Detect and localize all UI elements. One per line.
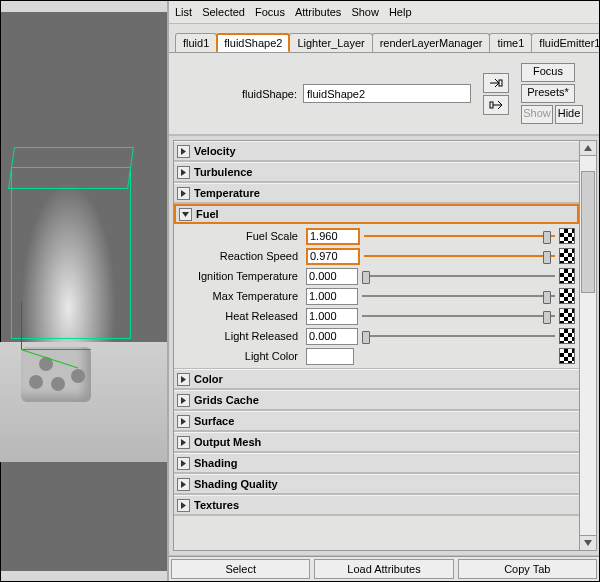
section-color[interactable]: Color xyxy=(174,369,579,389)
select-button[interactable]: Select xyxy=(171,559,310,579)
section-color-label: Color xyxy=(194,373,223,385)
show-button[interactable]: Show xyxy=(521,105,553,124)
tab-lighter-layer[interactable]: Lighter_Layer xyxy=(289,33,372,52)
map-button-icon[interactable] xyxy=(559,248,575,264)
section-velocity[interactable]: Velocity xyxy=(174,141,579,161)
menu-selected[interactable]: Selected xyxy=(202,1,245,23)
section-shading-quality-label: Shading Quality xyxy=(194,478,278,490)
menu-bar: List Selected Focus Attributes Show Help xyxy=(169,1,599,24)
attribute-panel: Velocity Turbulence Temperature Fuel Fue… xyxy=(173,140,579,551)
chevron-right-icon xyxy=(177,499,190,512)
section-temperature[interactable]: Temperature xyxy=(174,183,579,203)
reaction-speed-slider[interactable] xyxy=(364,249,555,263)
scroll-thumb[interactable] xyxy=(581,171,595,293)
map-button-icon[interactable] xyxy=(559,288,575,304)
max-temperature-input[interactable] xyxy=(306,288,358,305)
ignition-temperature-slider[interactable] xyxy=(362,269,555,283)
input-connections-icon[interactable] xyxy=(483,73,509,93)
output-connections-icon[interactable] xyxy=(483,95,509,115)
section-surface[interactable]: Surface xyxy=(174,411,579,431)
tab-time1[interactable]: time1 xyxy=(489,33,532,52)
tab-renderlayermanager[interactable]: renderLayerManager xyxy=(372,33,491,52)
chevron-right-icon xyxy=(177,187,190,200)
section-shading-label: Shading xyxy=(194,457,237,469)
map-button-icon[interactable] xyxy=(559,268,575,284)
svg-rect-0 xyxy=(499,80,502,86)
chevron-right-icon xyxy=(177,145,190,158)
map-button-icon[interactable] xyxy=(559,348,575,364)
section-textures-label: Textures xyxy=(194,499,239,511)
bottom-bar: Select Load Attributes Copy Tab xyxy=(169,556,599,581)
section-grids-cache-label: Grids Cache xyxy=(194,394,259,406)
section-output-mesh[interactable]: Output Mesh xyxy=(174,432,579,452)
chevron-right-icon xyxy=(177,415,190,428)
section-shading-quality[interactable]: Shading Quality xyxy=(174,474,579,494)
node-name-bar: fluidShape: Focus Presets* Show Hide xyxy=(169,53,599,135)
chevron-right-icon xyxy=(177,478,190,491)
chevron-right-icon xyxy=(177,166,190,179)
chevron-right-icon xyxy=(177,394,190,407)
chevron-down-icon xyxy=(179,208,192,221)
hide-button[interactable]: Hide xyxy=(555,105,583,124)
tab-fluid1[interactable]: fluid1 xyxy=(175,33,217,52)
chevron-right-icon xyxy=(177,373,190,386)
node-type-label: fluidShape: xyxy=(207,88,297,100)
fuel-scale-label: Fuel Scale xyxy=(178,230,302,242)
reaction-speed-label: Reaction Speed xyxy=(178,250,302,262)
light-released-input[interactable] xyxy=(306,328,358,345)
fuel-scale-slider[interactable] xyxy=(364,229,555,243)
node-name-input[interactable] xyxy=(303,84,471,103)
svg-rect-1 xyxy=(490,102,493,108)
map-button-icon[interactable] xyxy=(559,328,575,344)
map-button-icon[interactable] xyxy=(559,228,575,244)
fuel-scale-input[interactable] xyxy=(306,228,360,245)
light-released-slider[interactable] xyxy=(362,329,555,343)
section-fuel-label: Fuel xyxy=(196,208,219,220)
scroll-down-icon[interactable] xyxy=(580,535,596,550)
viewport-3d[interactable] xyxy=(1,12,167,571)
section-textures[interactable]: Textures xyxy=(174,495,579,515)
tab-fluidshape2[interactable]: fluidShape2 xyxy=(216,33,290,53)
map-button-icon[interactable] xyxy=(559,308,575,324)
menu-help[interactable]: Help xyxy=(389,1,412,23)
max-temperature-slider[interactable] xyxy=(362,289,555,303)
menu-list[interactable]: List xyxy=(175,1,192,23)
load-attributes-button[interactable]: Load Attributes xyxy=(314,559,453,579)
section-velocity-label: Velocity xyxy=(194,145,236,157)
menu-attributes[interactable]: Attributes xyxy=(295,1,341,23)
section-grids-cache[interactable]: Grids Cache xyxy=(174,390,579,410)
section-turbulence[interactable]: Turbulence xyxy=(174,162,579,182)
light-color-label: Light Color xyxy=(178,350,302,362)
menu-show[interactable]: Show xyxy=(351,1,379,23)
chevron-right-icon xyxy=(177,436,190,449)
section-surface-label: Surface xyxy=(194,415,234,427)
reaction-speed-input[interactable] xyxy=(306,248,360,265)
scroll-up-icon[interactable] xyxy=(580,141,596,156)
section-shading[interactable]: Shading xyxy=(174,453,579,473)
chevron-right-icon xyxy=(177,457,190,470)
heat-released-label: Heat Released xyxy=(178,310,302,322)
light-color-swatch[interactable] xyxy=(306,348,354,365)
section-turbulence-label: Turbulence xyxy=(194,166,252,178)
tab-fluidemitter1[interactable]: fluidEmitter1 xyxy=(531,33,599,52)
presets-button[interactable]: Presets* xyxy=(521,84,575,103)
menu-focus[interactable]: Focus xyxy=(255,1,285,23)
ignition-temperature-input[interactable] xyxy=(306,268,358,285)
focus-button[interactable]: Focus xyxy=(521,63,575,82)
heat-released-input[interactable] xyxy=(306,308,358,325)
section-fuel[interactable]: Fuel xyxy=(174,204,579,224)
scrollbar-vertical[interactable] xyxy=(579,140,597,551)
max-temperature-label: Max Temperature xyxy=(178,290,302,302)
ignition-temperature-label: Ignition Temperature xyxy=(178,270,302,282)
copy-tab-button[interactable]: Copy Tab xyxy=(458,559,597,579)
section-temperature-label: Temperature xyxy=(194,187,260,199)
section-fuel-body: Fuel Scale Reaction Speed Ignition Tempe… xyxy=(174,224,579,368)
section-output-mesh-label: Output Mesh xyxy=(194,436,261,448)
light-released-label: Light Released xyxy=(178,330,302,342)
node-tabs: fluid1 fluidShape2 Lighter_Layer renderL… xyxy=(169,24,599,53)
heat-released-slider[interactable] xyxy=(362,309,555,323)
